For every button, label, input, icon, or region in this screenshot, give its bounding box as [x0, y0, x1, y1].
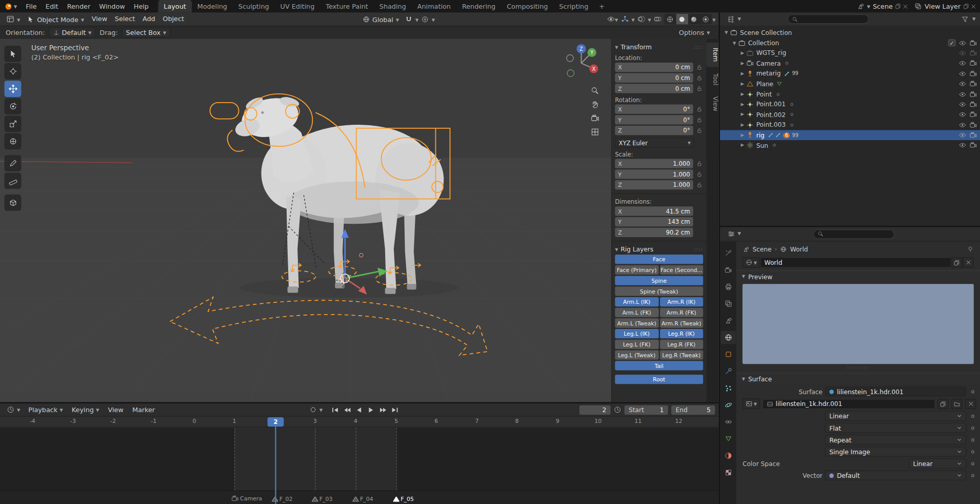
- decorator-dot[interactable]: [969, 474, 976, 477]
- menu-window[interactable]: Window: [95, 0, 130, 12]
- properties-tab-texture[interactable]: [721, 466, 735, 479]
- dimensions-y-field[interactable]: Y143 cm: [615, 217, 693, 226]
- lock-icon[interactable]: [695, 106, 703, 112]
- viewport-canvas[interactable]: User Perspective (2) Collection | rig <F…: [0, 39, 719, 402]
- start-frame-field[interactable]: Start1: [625, 405, 668, 414]
- properties-tab-tool[interactable]: [721, 246, 735, 260]
- tool-transform[interactable]: [5, 133, 22, 150]
- proportional-editing-toggle[interactable]: [419, 14, 431, 25]
- duplicate-icon[interactable]: [963, 3, 969, 9]
- pan-hand-icon[interactable]: [591, 100, 599, 109]
- rig-layer-arm-r-tweak[interactable]: Arm.R (Tweak): [659, 318, 703, 327]
- outliner-row-camera[interactable]: ▶Camera: [720, 59, 980, 69]
- expander-icon[interactable]: ▶: [739, 132, 747, 138]
- workspace-tab-scripting[interactable]: Scripting: [553, 0, 594, 12]
- scale-y-field[interactable]: Y1.000: [615, 169, 693, 179]
- lock-icon[interactable]: [695, 127, 703, 133]
- timeline-ruler[interactable]: -4-3-2-10123456789101112: [0, 417, 719, 428]
- tool-rotate[interactable]: [5, 98, 22, 114]
- shading-wireframe-button[interactable]: [664, 14, 676, 25]
- surface-shader-field[interactable]: lilienstein_1k.hdr.001: [825, 386, 966, 397]
- properties-tab-scene[interactable]: [721, 314, 735, 327]
- outliner-row-point-001[interactable]: ▶Point.001: [720, 99, 980, 109]
- disable-render-toggle[interactable]: [969, 49, 977, 57]
- rig-layer-leg-r-fk[interactable]: Leg.R (FK): [659, 340, 703, 349]
- rig-layer-root[interactable]: Root: [615, 375, 703, 384]
- properties-tab-modifiers[interactable]: [721, 365, 735, 378]
- show-gizmo-toggle[interactable]: [619, 14, 631, 25]
- properties-tab-view-layer[interactable]: [721, 297, 735, 311]
- blender-menu-button[interactable]: ▾: [0, 0, 22, 12]
- rig-layer-leg-r-tweak[interactable]: Leg.R (Tweak): [659, 351, 703, 360]
- play-reverse-button[interactable]: [354, 405, 365, 415]
- decorator-dot[interactable]: [969, 427, 976, 430]
- disable-render-toggle[interactable]: [969, 142, 977, 149]
- menu-file[interactable]: File: [22, 0, 41, 12]
- xray-toggle[interactable]: [652, 14, 664, 25]
- end-frame-field[interactable]: End5: [671, 405, 715, 414]
- menu-help[interactable]: Help: [129, 0, 153, 12]
- location-x-field[interactable]: X0 cm: [615, 63, 693, 72]
- tool-measure[interactable]: [5, 172, 22, 189]
- world-name-field[interactable]: World: [760, 257, 951, 268]
- hide-viewport-toggle[interactable]: [959, 111, 967, 119]
- marker-strip[interactable]: CameraF_02F_03F_04F_05: [0, 491, 719, 504]
- object-type-visibility-button[interactable]: ▾: [606, 14, 618, 25]
- outliner-row-rig[interactable]: ▶rig699: [720, 130, 980, 140]
- preview-panel-header[interactable]: ▾Preview: [736, 270, 980, 282]
- rig-layer-arm-r-fk[interactable]: Arm.R (FK): [659, 308, 703, 317]
- duplicate-icon[interactable]: [895, 3, 902, 9]
- close-icon[interactable]: [903, 3, 908, 9]
- zoom-icon[interactable]: [591, 86, 599, 95]
- rig-layer-leg-l-ik[interactable]: Leg.L (IK): [615, 329, 658, 338]
- viewport-menu-object[interactable]: Object: [159, 12, 188, 26]
- default-dropdown[interactable]: Default: [825, 471, 966, 481]
- play-button[interactable]: [366, 405, 376, 415]
- image-name-field[interactable]: lilienstein_1k.hdr.001: [763, 399, 935, 409]
- tool-select-box[interactable]: [5, 46, 22, 62]
- rig-layer-spine[interactable]: Spine: [615, 276, 703, 285]
- timeline-marker-f-03[interactable]: F_03: [312, 496, 332, 502]
- lock-icon[interactable]: [695, 117, 703, 123]
- shading-material-button[interactable]: [688, 14, 700, 25]
- timeline-menu-playback[interactable]: Playback ▾: [24, 403, 68, 416]
- open-image-button[interactable]: [951, 399, 963, 409]
- outliner-row-point-003[interactable]: ▶Point.003: [720, 120, 980, 130]
- hide-viewport-toggle[interactable]: [959, 49, 967, 57]
- expander-icon[interactable]: ▼: [731, 41, 738, 46]
- jump-to-start-button[interactable]: [330, 405, 341, 415]
- properties-tab-object[interactable]: [721, 348, 735, 361]
- filter-funnel-icon[interactable]: [962, 15, 969, 23]
- expander-icon[interactable]: ▶: [739, 143, 747, 148]
- tool-annotate[interactable]: [5, 155, 22, 171]
- disable-render-toggle[interactable]: [969, 80, 977, 88]
- repeat-dropdown[interactable]: Repeat: [825, 435, 966, 445]
- expander-icon[interactable]: ▶: [739, 51, 747, 56]
- pin-icon[interactable]: [967, 245, 973, 252]
- disable-render-toggle[interactable]: [969, 60, 977, 67]
- rig-layer-spine-tweak[interactable]: Spine (Tweak): [615, 286, 703, 296]
- lock-icon[interactable]: [695, 171, 703, 178]
- mode-dropdown[interactable]: Object Mode▾: [24, 15, 88, 24]
- timeline-menu-keying[interactable]: Keying ▾: [67, 403, 104, 416]
- transform-panel-header[interactable]: ▾Transform::::: [615, 42, 703, 53]
- breadcrumb-world[interactable]: World: [790, 245, 808, 252]
- rotation-x-field[interactable]: X0°: [615, 105, 693, 114]
- workspace-tab-layout[interactable]: Layout: [158, 0, 191, 12]
- timeline-marker-f-04[interactable]: F_04: [352, 496, 373, 502]
- hide-viewport-toggle[interactable]: [959, 70, 967, 77]
- rig-layer-face-second[interactable]: Face (Second...: [659, 265, 703, 275]
- navigation-gizmo[interactable]: Z X Y: [561, 42, 601, 82]
- expander-icon[interactable]: ▶: [739, 82, 747, 87]
- timeline-editor-type-button[interactable]: ▾: [4, 405, 23, 414]
- properties-tab-material[interactable]: [721, 449, 735, 462]
- workspace-tab-sculpting[interactable]: Sculpting: [233, 0, 275, 12]
- browse-image-button[interactable]: ▾: [743, 398, 760, 409]
- rig-layers-panel-header[interactable]: ▾Rig Layers::::: [615, 244, 703, 255]
- location-z-field[interactable]: Z0 cm: [615, 84, 693, 93]
- editor-type-button[interactable]: ▾: [3, 14, 23, 24]
- decorator-dot[interactable]: [969, 390, 976, 393]
- lock-icon[interactable]: [695, 160, 703, 167]
- menu-render[interactable]: Render: [63, 0, 95, 12]
- rig-layer-leg-r-ik[interactable]: Leg.R (IK): [659, 329, 703, 338]
